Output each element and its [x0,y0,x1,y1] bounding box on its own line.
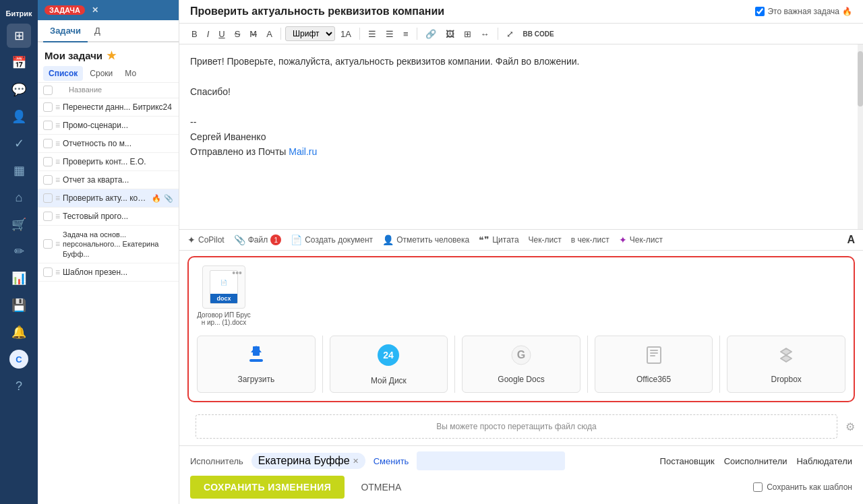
sidebar-item-reports[interactable]: 📊 [7,266,31,290]
gear-icon[interactable]: ⚙ [845,420,855,433]
expand-button[interactable]: ⤢ [502,27,518,41]
task-checkbox[interactable] [43,212,53,221]
task-name: Отчетность по м... [63,139,173,148]
font-size-button[interactable]: 1A [336,27,355,41]
svg-text:24: 24 [384,350,394,360]
task-checkbox[interactable] [43,121,53,130]
align-button[interactable]: ≡ [399,27,413,41]
list-item[interactable]: ≡ Тестовый прого... [38,208,179,226]
role-postavshchik[interactable]: Постановщик [660,456,715,466]
mail-link[interactable]: Mail.ru [289,146,317,157]
sidebar-item-home[interactable]: ⌂ [7,185,31,210]
list-bullet-button[interactable]: ☰ [364,27,380,41]
bbcode-button[interactable]: BB CODE [519,28,558,40]
drop-zone[interactable]: Вы можете просто перетащить файл сюда [196,414,837,439]
editor-line1: Привет! Проверьте, пожалуйста, актуально… [190,54,852,69]
file-dots[interactable]: ••• [232,267,242,278]
save-template-checkbox[interactable] [753,482,763,492]
copilot-tool[interactable]: ✦ CoPilot [187,234,225,245]
task-checkbox[interactable] [43,175,53,185]
select-all-checkbox[interactable] [43,86,53,95]
sidebar-item-calendar[interactable]: 📅 [7,51,31,75]
important-checkbox[interactable] [755,7,765,16]
list-item[interactable]: ≡ Отчет за кварта... [38,171,179,189]
sidebar-item-filter[interactable]: ▦ [7,158,31,183]
filter-tab-dates[interactable]: Сроки [84,66,118,81]
save-template: Сохранить как шаблон [753,482,852,492]
sidebar-item-notifications[interactable]: 🔔 [7,320,31,344]
cancel-button[interactable]: ОТМЕНА [353,476,409,499]
copilot-icon: ✦ [187,234,196,245]
save-button[interactable]: СОХРАНИТЬ ИЗМЕНЕНИЯ [190,476,345,499]
link-button[interactable]: 🔗 [421,27,440,41]
embed-button[interactable]: ↔ [477,27,494,41]
list-item[interactable]: ≡ Промо-сценари... [38,117,179,135]
sidebar-item-tasks[interactable]: ✓ [7,131,31,156]
dropbox-label: Dropbox [771,375,801,384]
mention-tool[interactable]: 👤 Отметить человека [382,234,469,245]
close-button[interactable]: ✕ [92,5,98,15]
underline-button[interactable]: U [214,27,229,41]
task-checkbox[interactable] [43,239,53,249]
file-thumbnail[interactable]: ••• 📄 docx Договор ИП Брусн ир... (1).do… [197,265,251,326]
tab-d[interactable]: Д [88,20,107,41]
svg-rect-10 [650,355,655,356]
list-item[interactable]: ≡ Проверить конт... Е.О. [38,153,179,171]
sidebar-item-chat[interactable]: 💬 [7,77,31,102]
font-select[interactable]: Шрифт [285,26,335,41]
checklist-tool[interactable]: Чек-лист [529,235,562,245]
editor-area[interactable]: Привет! Проверьте, пожалуйста, актуально… [179,44,863,229]
remove-executor-button[interactable]: ✕ [353,457,359,466]
create-doc-tool[interactable]: 📄 Создать документ [291,234,373,245]
tab-zadachi[interactable]: Задачи [43,20,88,42]
list-item[interactable]: ≡ Задача на основ... персонального... Ек… [38,226,179,263]
mono-button[interactable]: M̶ [245,27,261,41]
file-tool[interactable]: 📎 Файл 1 [234,234,282,245]
change-executor-button[interactable]: Сменить [374,456,409,466]
filter-tab-list[interactable]: Список [43,66,83,81]
sidebar-item-contacts[interactable]: 👤 [7,104,31,129]
upload-option-gdocs[interactable]: G Google Docs [462,336,581,393]
sidebar-item-disk[interactable]: 💾 [7,293,31,317]
upload-option-dropbox[interactable]: Dropbox [727,336,845,393]
svg-marker-12 [781,348,792,355]
executor-label: Исполнитель [190,456,243,466]
task-checkbox[interactable] [43,102,53,112]
color-button[interactable]: A [262,27,276,41]
task-checkbox[interactable] [43,157,53,166]
list-item[interactable]: ≡ Проверить акту... компании 🔥 📎 [38,189,179,208]
task-editor: Проверить актуальность реквизитов компан… [179,0,863,504]
sidebar-item-grid[interactable]: ⊞ [7,24,31,48]
copilot-label: CoPilot [198,235,225,245]
upload-option-mydisk[interactable]: 24 Мой Диск [330,336,448,393]
upload-option-upload[interactable]: Загрузить [197,336,316,393]
sidebar-item-help[interactable]: ? [7,374,31,398]
checklist2-tool[interactable]: ✦ Чек-лист [619,234,663,245]
bold-button[interactable]: B [187,27,202,41]
image-button[interactable]: 🖼 [442,27,458,41]
sidebar-item-cart[interactable]: 🛒 [7,212,31,237]
role-soiscpolniteli[interactable]: Соисполнители [724,456,787,466]
task-name: Задача на основ... персонального... Екат… [63,230,173,259]
table-button[interactable]: ⊞ [460,27,475,41]
executor-input[interactable] [417,451,565,470]
to-checklist-tool[interactable]: в чек-лист [571,235,609,245]
strikethrough-button[interactable]: S [231,27,245,41]
text-color-button[interactable]: A [847,234,855,246]
role-nablyudateli[interactable]: Наблюдатели [796,456,852,466]
task-checkbox[interactable] [43,139,53,148]
upload-option-office365[interactable]: Office365 [595,336,713,393]
sidebar-item-user[interactable]: C [7,347,31,371]
task-checkbox[interactable] [43,193,53,203]
task-checkbox[interactable] [43,267,53,277]
sidebar-item-edit[interactable]: ✏ [7,239,31,263]
main-content: Проверить актуальность реквизитов компан… [179,0,863,504]
list-num-button[interactable]: ☰ [382,27,398,41]
list-item[interactable]: ≡ Шаблон презен... [38,263,179,282]
list-item[interactable]: ≡ Отчетность по м... [38,135,179,153]
italic-button[interactable]: I [203,27,214,41]
scrollbar[interactable] [858,44,863,229]
list-item[interactable]: ≡ Перенести данн... Битрикс24 [38,98,179,117]
quote-tool[interactable]: ❝❞ Цитата [479,234,518,245]
filter-tab-mo[interactable]: Мо [119,66,142,81]
